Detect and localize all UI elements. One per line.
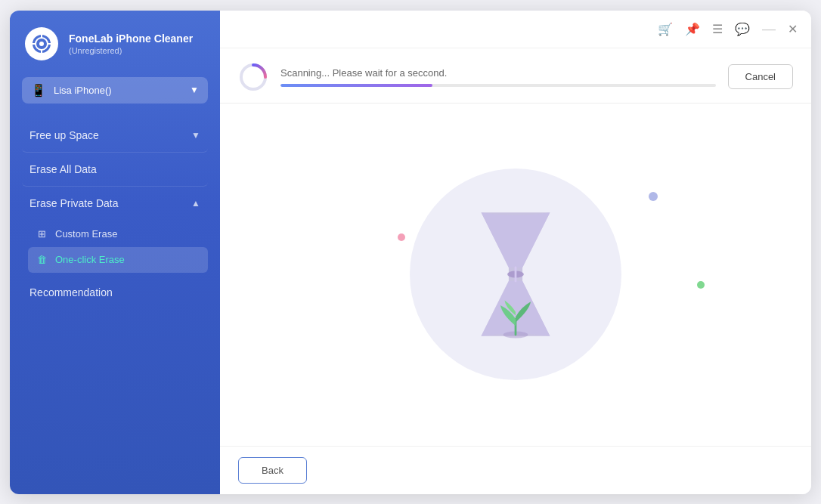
chevron-down-icon: ▼ (190, 85, 199, 95)
app-logo (25, 27, 58, 60)
menu-icon[interactable]: ☰ (712, 22, 723, 36)
illustration-area (220, 104, 811, 446)
sidebar-item-free-up-space[interactable]: Free up Space ▼ (22, 119, 208, 153)
sidebar-item-erase-all-data[interactable]: Erase All Data (22, 153, 208, 187)
dot-blue (649, 192, 658, 201)
chevron-down-icon: ▼ (191, 130, 200, 141)
hourglass-illustration (410, 169, 621, 380)
scan-spinner (238, 62, 268, 92)
sidebar-item-custom-erase[interactable]: ⊞ Custom Erase (28, 221, 208, 247)
hourglass-svg (448, 199, 584, 350)
erase-private-data-subitems: ⊞ Custom Erase 🗑 One-click Erase (22, 221, 208, 273)
grid-icon: ⊞ (36, 228, 48, 240)
app-title-block: FoneLab iPhone Cleaner (Unregistered) (69, 32, 193, 54)
sidebar-header: FoneLab iPhone Cleaner (Unregistered) (10, 11, 220, 74)
cart-icon[interactable]: 🛒 (658, 22, 673, 36)
pin-icon[interactable]: 📌 (685, 22, 700, 36)
sidebar-item-one-click-erase[interactable]: 🗑 One-click Erase (28, 247, 208, 273)
one-click-erase-label: One-click Erase (55, 254, 125, 265)
chevron-up-icon: ▲ (191, 198, 200, 209)
sidebar-item-erase-private-data[interactable]: Erase Private Data ▲ ⊞ Custom Erase 🗑 On… (22, 187, 208, 273)
scan-text: Scanning... Please wait for a seccond. (280, 67, 716, 79)
bottom-bar: Back (220, 446, 811, 494)
sidebar-item-recommendation[interactable]: Recommendation (22, 276, 208, 309)
progress-bar (280, 84, 716, 87)
app-window: FoneLab iPhone Cleaner (Unregistered) 📱 … (10, 11, 811, 494)
device-name: Lisa iPhone() (54, 85, 112, 96)
back-button[interactable]: Back (238, 457, 307, 484)
minimize-icon[interactable]: — (762, 21, 776, 37)
app-title: FoneLab iPhone Cleaner (69, 32, 193, 45)
dot-pink (398, 233, 405, 241)
top-bar: 🛒 📌 ☰ 💬 — ✕ (220, 11, 811, 48)
progress-bar-fill (280, 84, 432, 87)
custom-erase-label: Custom Erase (55, 228, 117, 240)
cancel-button[interactable]: Cancel (728, 64, 793, 89)
sidebar-item-label: Recommendation (29, 286, 113, 298)
svg-point-2 (39, 42, 44, 46)
sidebar-item-label: Erase All Data (29, 163, 97, 175)
device-dropdown[interactable]: 📱 Lisa iPhone() ▼ (22, 77, 208, 104)
scan-status: Scanning... Please wait for a seccond. (280, 67, 716, 87)
app-subtitle: (Unregistered) (69, 46, 193, 55)
nav-section: Free up Space ▼ Erase All Data Erase Pri… (10, 119, 220, 309)
dot-green (697, 281, 705, 289)
sidebar: FoneLab iPhone Cleaner (Unregistered) 📱 … (10, 11, 220, 494)
main-content: 🛒 📌 ☰ 💬 — ✕ (220, 11, 811, 494)
close-icon[interactable]: ✕ (788, 22, 798, 36)
scan-area: Scanning... Please wait for a seccond. C… (220, 48, 811, 104)
trash-icon: 🗑 (36, 254, 48, 266)
sidebar-item-label: Free up Space (29, 129, 99, 141)
chat-icon[interactable]: 💬 (735, 22, 750, 36)
phone-icon: 📱 (31, 83, 46, 97)
sidebar-item-label: Erase Private Data (29, 197, 119, 209)
